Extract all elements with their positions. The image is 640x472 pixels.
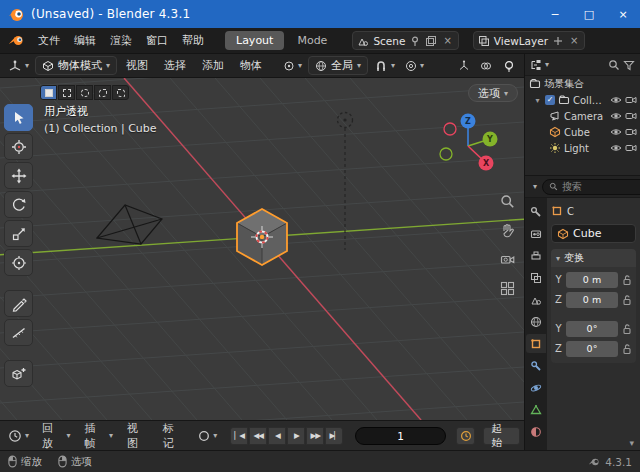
lock-icon[interactable]: [621, 343, 633, 355]
disable-render-camera-icon[interactable]: [625, 110, 637, 122]
new-viewlayer-icon[interactable]: [552, 35, 564, 47]
minimize-button[interactable]: ─: [538, 0, 572, 28]
menu-render[interactable]: 渲染: [103, 30, 139, 51]
tab-output[interactable]: [526, 246, 546, 265]
workspace-tab-modeling[interactable]: Mode: [286, 31, 338, 50]
proportional-editing-button[interactable]: ▾: [401, 58, 428, 74]
select-mode-lasso[interactable]: [94, 85, 111, 100]
timeline-editor-type-button[interactable]: ▾: [4, 427, 33, 445]
select-mode-tweak[interactable]: [40, 85, 57, 100]
scene-selector[interactable]: Scene ×: [352, 31, 458, 50]
close-button[interactable]: ×: [606, 0, 640, 28]
tab-render[interactable]: [526, 224, 546, 243]
properties-search-input[interactable]: [562, 181, 640, 192]
select-mode-paint[interactable]: [112, 85, 129, 100]
tab-modifiers[interactable]: [526, 356, 546, 375]
outliner-editor-icon[interactable]: [530, 59, 542, 71]
location-z-field[interactable]: 0 m: [566, 292, 618, 308]
menu-object[interactable]: 物体: [233, 55, 269, 76]
workspace-tab-layout[interactable]: Layout: [225, 31, 284, 50]
menu-help[interactable]: 帮助: [175, 30, 211, 51]
menu-file[interactable]: 文件: [31, 30, 67, 51]
next-keyframe-button[interactable]: ▶▶: [306, 427, 324, 445]
playback-menu[interactable]: 回放 ▾: [37, 418, 76, 454]
current-frame-field[interactable]: 1: [355, 427, 445, 445]
outliner-row-camera[interactable]: Camera: [525, 108, 640, 124]
lock-icon[interactable]: [621, 294, 633, 306]
expand-caret-icon[interactable]: ▾: [533, 96, 542, 105]
disable-render-camera-icon[interactable]: [625, 126, 637, 138]
tab-view-layer[interactable]: [526, 268, 546, 287]
rotation-y-field[interactable]: 0°: [566, 321, 618, 337]
hide-eye-icon[interactable]: [610, 126, 622, 138]
outliner-search-icon[interactable]: [608, 59, 620, 71]
jump-to-end-button[interactable]: ▶▏: [325, 427, 343, 445]
scroll-down-indicator[interactable]: ▾: [629, 438, 634, 448]
tool-measure[interactable]: [4, 319, 33, 346]
viewlayer-selector[interactable]: ViewLayer ×: [473, 31, 586, 50]
tool-transform[interactable]: [4, 249, 33, 276]
tab-material[interactable]: [526, 422, 546, 441]
outliner-row-light[interactable]: Light: [525, 140, 640, 156]
tool-add-cube[interactable]: [4, 360, 33, 387]
collection-checkbox[interactable]: ✓: [545, 95, 555, 105]
pivot-point-button[interactable]: ▾: [279, 58, 306, 74]
camera-view-button[interactable]: [498, 250, 516, 268]
use-preview-range-button[interactable]: [456, 427, 476, 445]
gizmo-minus-x-ball[interactable]: [444, 123, 456, 135]
marker-menu[interactable]: 标记: [158, 418, 190, 454]
disable-render-camera-icon[interactable]: [625, 94, 637, 106]
blender-menu-logo-icon[interactable]: [8, 34, 25, 47]
tool-select-box[interactable]: [4, 104, 33, 131]
prev-keyframe-button[interactable]: ◀◀: [249, 427, 267, 445]
tool-scale[interactable]: [4, 220, 33, 247]
tool-move[interactable]: [4, 162, 33, 189]
rotation-z-field[interactable]: 0°: [566, 341, 618, 357]
pin-icon[interactable]: [409, 35, 421, 47]
tab-tool[interactable]: [526, 202, 546, 221]
editor-type-button[interactable]: ▾: [4, 57, 33, 75]
tab-scene[interactable]: [526, 290, 546, 309]
transform-orientation-dropdown[interactable]: 全局 ▾: [308, 56, 368, 75]
tab-world[interactable]: [526, 312, 546, 331]
maximize-button[interactable]: □: [572, 0, 606, 28]
remove-viewlayer-icon[interactable]: ×: [568, 35, 580, 46]
viewport-options-button[interactable]: 选项 ▾: [468, 84, 518, 102]
overlays-button[interactable]: [476, 58, 496, 74]
menu-view[interactable]: 视图: [119, 55, 155, 76]
disable-render-camera-icon[interactable]: [625, 142, 637, 154]
zoom-button[interactable]: [498, 192, 516, 210]
timeline-view-menu[interactable]: 视图: [122, 418, 154, 454]
show-gizmo-button[interactable]: [454, 58, 474, 74]
outliner-row-collection[interactable]: ▾ ✓ Collection: [525, 92, 640, 108]
menu-select[interactable]: 选择: [157, 55, 193, 76]
object-name-field[interactable]: Cube: [551, 224, 636, 243]
auto-keying-button[interactable]: ▾: [193, 427, 222, 445]
pan-button[interactable]: [498, 221, 516, 239]
menu-edit[interactable]: 编辑: [67, 30, 103, 51]
tab-object-data[interactable]: [526, 400, 546, 419]
gizmo-minus-y-ball[interactable]: [440, 148, 452, 160]
menu-window[interactable]: 窗口: [139, 30, 175, 51]
tab-physics[interactable]: [526, 378, 546, 397]
keying-menu[interactable]: 插帧 ▾: [80, 418, 119, 454]
snap-button[interactable]: ▾: [370, 57, 399, 75]
frame-start-field[interactable]: 起始: [483, 427, 520, 445]
outliner-row-cube[interactable]: Cube: [525, 124, 640, 140]
transform-section-header[interactable]: ▾ 变换: [551, 249, 636, 267]
toggle-ortho-button[interactable]: [498, 279, 516, 297]
lock-icon[interactable]: [621, 323, 633, 335]
play-reverse-button[interactable]: ◀: [268, 427, 286, 445]
filter-icon[interactable]: [623, 59, 635, 71]
unlink-scene-icon[interactable]: ×: [441, 35, 453, 46]
jump-to-start-button[interactable]: ▏◀: [230, 427, 248, 445]
tool-rotate[interactable]: [4, 191, 33, 218]
play-button[interactable]: ▶: [287, 427, 305, 445]
hide-eye-icon[interactable]: [610, 94, 622, 106]
location-y-field[interactable]: 0 m: [566, 272, 618, 288]
select-mode-box[interactable]: [58, 85, 75, 100]
mode-dropdown[interactable]: 物体模式 ▾: [35, 56, 117, 75]
outliner-row-scene-collection[interactable]: 场景集合: [525, 76, 640, 92]
select-mode-circle[interactable]: [76, 85, 93, 100]
tool-annotate[interactable]: [4, 290, 33, 317]
